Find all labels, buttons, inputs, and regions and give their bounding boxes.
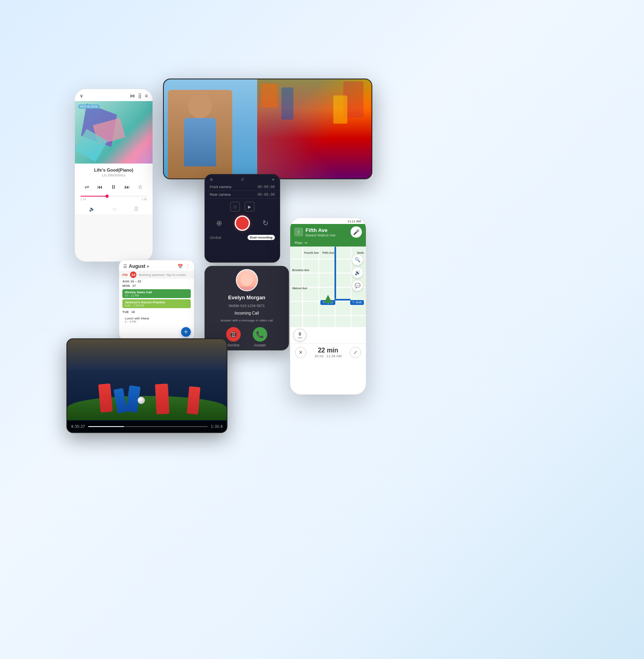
map-speed-section: 0 mph [290, 327, 366, 343]
map-speed-unit: mph [297, 336, 302, 339]
aug-range-label: AUG 16 – 22 [122, 280, 141, 283]
map-status-bar: 11:11 AM [290, 218, 366, 224]
calendar-tue-row: TUE 18 [119, 309, 194, 314]
answer-call-button[interactable]: 📞 Answer [253, 327, 267, 347]
soccer-practice-event[interactable]: Jackson's Soccer Practice 6:00 – 7:30 PM [122, 299, 191, 308]
audio-quality-badge: Hi-Fi 48.2KHz [78, 104, 100, 109]
calendar-month-title: August [129, 263, 145, 269]
map-feedback-button[interactable]: 💬 [352, 280, 363, 291]
map-sixth-label: Sixth [357, 251, 364, 254]
map-mic-button[interactable]: 🎤 [351, 226, 362, 238]
event-time-soccer: 6:00 – 7:30 PM [125, 304, 188, 307]
decline-call-button[interactable]: 📵 Decline [226, 327, 241, 347]
video-progress-bar[interactable] [88, 426, 208, 427]
phone-selfie [163, 79, 372, 179]
add-event-button[interactable]: + [181, 327, 191, 337]
video-player-4 [187, 386, 200, 414]
tue-abbr: TUE [122, 310, 129, 314]
calendar-view-icon[interactable]: 📅 [178, 264, 183, 269]
shuffle-button[interactable]: ⇌ [85, 184, 89, 190]
map-canvas[interactable]: Fourth Ave Fifth Ave Sixth Brookes Ave W… [290, 247, 366, 327]
map-then-label: Then [294, 241, 303, 245]
map-walnut-ave-label: Walnut Ave [292, 287, 307, 290]
decline-icon: 📵 [226, 327, 241, 342]
map-fifth-ave-label: Fifth Ave [322, 251, 334, 254]
prev-button[interactable]: ⏮ [97, 184, 103, 190]
answer-label: Answer [254, 343, 266, 347]
lunch-event[interactable]: Lunch with Maria 2 – 3 PM [122, 315, 191, 324]
music-bottom-controls: 🔈 ☆ ☰ [75, 204, 153, 214]
album-art: Hi-Fi 48.2KHz [75, 101, 153, 164]
front-camera-row: Front camera 00:00:00 [205, 183, 280, 191]
event-title-lunch: Lunch with Maria [125, 317, 188, 320]
equalizer-icon: ⣿ [138, 93, 142, 99]
gallery-button[interactable]: ⊕ [216, 219, 222, 228]
map-speed-display: 0 mph [293, 329, 306, 342]
dual-controls: ⊕ ↻ [205, 213, 280, 233]
dual-recording-badge: Dual recording [248, 235, 275, 240]
calendar-more-icon[interactable]: ⋮ [186, 264, 190, 269]
decline-label: Decline [227, 343, 239, 347]
time-current: 1:18 [80, 198, 86, 201]
playlist-icon[interactable]: ☰ [134, 206, 138, 212]
rear-camera-time: 00:00:00 [258, 193, 275, 197]
music-controls: ⇌ ⏮ ⏸ ⏭ ☆ [75, 180, 153, 194]
heart-icon[interactable]: ☆ [112, 206, 117, 212]
music-artist: LG Electronics [80, 173, 147, 177]
switch-button[interactable]: ↻ [262, 219, 268, 228]
menu-icon: ≡ [145, 93, 148, 99]
map-fourth-ave-label: Fourth Ave [304, 251, 319, 254]
mon-num-17: 17 [132, 284, 136, 288]
record-button[interactable] [235, 216, 250, 231]
map-sound-button[interactable]: 🔊 [352, 267, 363, 278]
event-time-sales: 10 – 11 AM [125, 294, 188, 297]
calendar-mon-row: MON 17 [119, 284, 194, 288]
map-route-options-button[interactable]: ⤢ [350, 347, 361, 358]
music-header: ∨ ⋈ ⣿ ≡ [75, 89, 153, 101]
volume-icon[interactable]: 🔈 [89, 206, 95, 212]
day-abbr-fri: FRI [122, 273, 128, 277]
calendar-aug-range: AUG 16 – 22 [119, 279, 194, 284]
calendar-header: ☰ August ▾ 📅 ⋮ [119, 260, 194, 271]
weekly-sales-call-event[interactable]: Weekly Sales Call 10 – 11 AM [122, 289, 191, 298]
music-progress: 1:18 1:39 [75, 194, 153, 204]
call-substatus: Answer with a message or video call [221, 319, 272, 322]
selfie-person [168, 90, 232, 178]
time-total: 1:39 [141, 198, 147, 201]
event-time-lunch: 2 – 3 PM [125, 320, 188, 323]
soccer-field [67, 396, 227, 420]
call-status: Incoming Call [235, 311, 259, 315]
month-dropdown-icon[interactable]: ▾ [147, 264, 149, 269]
map-close-button[interactable]: ✕ [295, 347, 306, 358]
calendar-icons: 📅 ⋮ [178, 264, 190, 269]
progress-bar[interactable] [80, 196, 147, 197]
answer-icon: 📞 [253, 327, 267, 342]
dual-settings-icon: ⚙ [210, 178, 213, 182]
video-screen: 0:55:27 1:33:0 [67, 339, 227, 432]
favorite-button[interactable]: ☆ [138, 184, 143, 190]
next-button[interactable]: ⏭ [124, 184, 130, 190]
video-icon[interactable]: ▶ [245, 202, 254, 211]
pause-button[interactable]: ⏸ [111, 184, 116, 190]
map-eta-time: 22 min [314, 347, 342, 354]
dual-timer-icon: ⏱ [241, 178, 244, 182]
map-route-vertical [334, 247, 336, 299]
map-speed-number: 0 [299, 332, 301, 336]
video-controls[interactable]: 0:55:27 1:33:0 [67, 421, 227, 432]
map-footer: ✕ 22 min 20 mi · 11:34 AM ⤢ [290, 343, 366, 361]
soccer-ball [138, 397, 145, 404]
map-street-name: Fifth Ave [305, 227, 336, 233]
tablet-incoming-call: Evelyn Morgan Mobile 010-1234-5671 Incom… [204, 266, 289, 350]
map-up-arrow-icon: ↑ [294, 228, 303, 236]
selfie-screen [164, 79, 372, 178]
map-search-button[interactable]: 🔍 [352, 255, 363, 265]
photo-icon[interactable]: □ [230, 202, 240, 211]
map-search-buttons: 🔍 🔊 💬 [352, 255, 363, 291]
caller-number: Mobile 010-1234-5671 [229, 304, 265, 308]
map-eta-display: 22 min 20 mi · 11:34 AM [314, 347, 342, 358]
video-player-1 [98, 383, 113, 412]
day-num-14: 14 [130, 271, 136, 278]
hamburger-icon[interactable]: ☰ [123, 264, 127, 269]
event-title-soccer: Jackson's Soccer Practice [125, 300, 188, 304]
progress-times: 1:18 1:39 [80, 198, 147, 201]
